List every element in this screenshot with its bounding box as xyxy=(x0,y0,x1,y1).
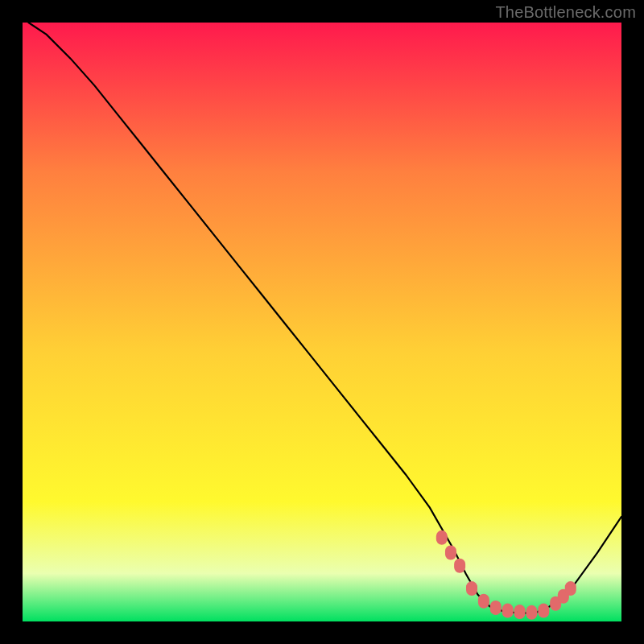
marker-dot xyxy=(445,545,456,559)
marker-dot xyxy=(478,594,489,609)
marker-dot xyxy=(490,601,502,615)
marker-dot xyxy=(454,559,465,573)
gradient-background xyxy=(23,23,621,621)
marker-dot xyxy=(514,605,526,619)
chart-frame: TheBottleneck.com xyxy=(0,0,644,644)
marker-dot xyxy=(436,530,448,545)
marker-dot xyxy=(502,604,514,618)
watermark-text: TheBottleneck.com xyxy=(495,3,636,22)
marker-dot xyxy=(565,581,576,596)
plot-area xyxy=(23,23,621,621)
marker-dot xyxy=(526,605,537,620)
marker-dot xyxy=(466,581,477,596)
bottleneck-chart xyxy=(23,23,621,621)
marker-dot xyxy=(538,604,549,618)
